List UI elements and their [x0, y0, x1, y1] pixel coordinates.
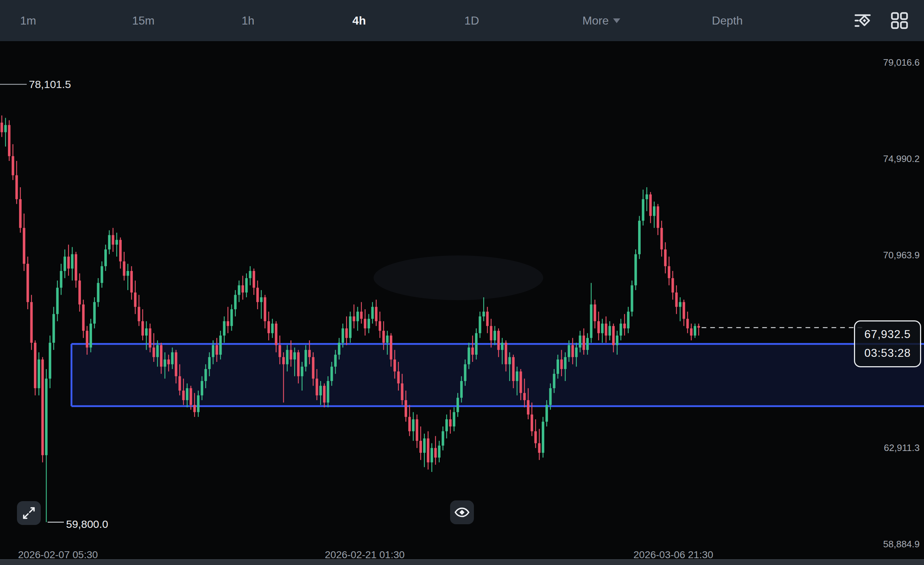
candle-up-body: [609, 326, 611, 336]
candle-up-body: [201, 381, 203, 396]
candle-down-body: [345, 328, 348, 338]
chart-toolbar: 1m 15m 1h 4h 1D More Depth: [0, 0, 924, 41]
candle-up-body: [501, 343, 504, 350]
candle-down-body: [698, 326, 700, 328]
candle-up-body: [104, 249, 107, 266]
y-axis-label: 70,963.9: [883, 250, 920, 261]
high-price-marker: 78,101.5: [29, 78, 71, 91]
candle-down-body: [401, 384, 404, 400]
candle-down-body: [41, 359, 44, 455]
eye-icon: [453, 504, 471, 521]
candle-up-body: [634, 254, 637, 285]
fullscreen-button[interactable]: [17, 501, 41, 525]
candle-up-body: [575, 348, 578, 357]
candle-up-body: [286, 350, 288, 364]
candle-down-body: [112, 235, 114, 245]
candle-down-body: [323, 386, 326, 402]
candle-down-body: [242, 285, 244, 292]
more-timeframes-dropdown[interactable]: More: [582, 0, 621, 41]
candle-down-body: [572, 345, 574, 357]
indicator-settings-button[interactable]: [852, 10, 873, 31]
candle-down-body: [15, 175, 18, 199]
candle-up-body: [638, 221, 640, 254]
candle-down-body: [597, 321, 600, 333]
candle-up-body: [204, 369, 207, 381]
candle-up-body: [108, 235, 111, 250]
candle-down-body: [178, 376, 181, 391]
candle-up-body: [412, 419, 414, 431]
candle-up-body: [653, 206, 656, 216]
candle-down-body: [690, 328, 693, 336]
candle-down-body: [524, 393, 526, 400]
candle-up-body: [219, 336, 222, 355]
candle-down-body: [397, 372, 399, 384]
candle-down-body: [650, 195, 652, 216]
candle-down-body: [134, 292, 136, 307]
candle-down-body: [138, 307, 140, 321]
candle-up-body: [223, 321, 226, 336]
candle-down-body: [30, 302, 33, 343]
candle-down-body: [86, 331, 88, 348]
candle-up-body: [49, 343, 51, 378]
candle-up-body: [230, 309, 233, 326]
candle-down-body: [168, 359, 170, 364]
candle-down-body: [290, 350, 292, 360]
y-axis-label: 62,911.3: [884, 442, 920, 453]
candle-down-body: [419, 441, 422, 453]
layout-grid-button[interactable]: [890, 10, 910, 31]
candle-up-body: [116, 240, 118, 244]
candle-down-body: [390, 336, 392, 359]
candle-up-body: [52, 314, 55, 343]
candle-up-body: [645, 195, 648, 199]
candle-up-body: [63, 256, 66, 271]
candle-down-body: [594, 304, 596, 321]
last-price-value: 67,932.5: [864, 325, 911, 344]
chevron-down-icon: [613, 18, 620, 23]
indicator-settings-icon: [852, 10, 873, 31]
candle-down-body: [686, 319, 688, 329]
candle-down-body: [274, 324, 277, 345]
candle-up-body: [516, 372, 518, 381]
candle-down-body: [26, 264, 29, 302]
candle-down-body: [279, 345, 281, 357]
candle-down-body: [682, 302, 685, 319]
timeframe-tab-4h[interactable]: 4h: [352, 0, 366, 41]
candle-up-body: [304, 350, 307, 367]
candle-down-body: [19, 199, 22, 228]
candle-up-body: [327, 381, 329, 403]
candle-up-body: [60, 271, 63, 288]
candle-down-body: [560, 359, 563, 369]
timeframe-tab-1d[interactable]: 1D: [465, 0, 479, 41]
timeframe-tab-1m[interactable]: 1m: [20, 0, 36, 41]
candle-up-body: [483, 312, 485, 316]
trading-chart-screen: 79,016.674,990.270,963.962,911.358,884.9…: [0, 0, 924, 565]
candle-up-body: [460, 381, 463, 397]
candle-down-body: [605, 324, 608, 336]
candle-countdown: 03:53:28: [864, 344, 911, 363]
candle-up-body: [627, 312, 630, 328]
bottom-scroll-strip[interactable]: [0, 559, 924, 565]
candle-down-body: [312, 357, 314, 379]
candle-down-body: [153, 348, 155, 357]
candle-down-body: [8, 125, 10, 156]
candle-up-body: [457, 397, 459, 412]
candle-up-body: [542, 422, 544, 453]
candlestick-chart[interactable]: [0, 0, 924, 565]
candle-down-body: [375, 307, 378, 321]
candle-down-body: [253, 271, 255, 288]
candle-up-body: [249, 271, 252, 278]
candle-up-body: [586, 338, 589, 350]
candle-down-body: [393, 359, 396, 371]
low-price-marker: 59,800.0: [66, 518, 108, 531]
y-axis-label: 58,884.9: [883, 538, 920, 550]
candle-down-body: [82, 304, 84, 331]
toggle-visibility-button[interactable]: [450, 501, 474, 524]
candle-up-body: [694, 326, 696, 336]
candle-down-body: [189, 388, 192, 405]
tab-depth[interactable]: Depth: [712, 0, 742, 41]
timeframe-tab-1h[interactable]: 1h: [242, 0, 255, 41]
candle-down-body: [75, 254, 77, 281]
candle-up-body: [556, 359, 559, 374]
timeframe-tab-15m[interactable]: 15m: [132, 0, 154, 41]
candle-up-body: [208, 357, 211, 369]
